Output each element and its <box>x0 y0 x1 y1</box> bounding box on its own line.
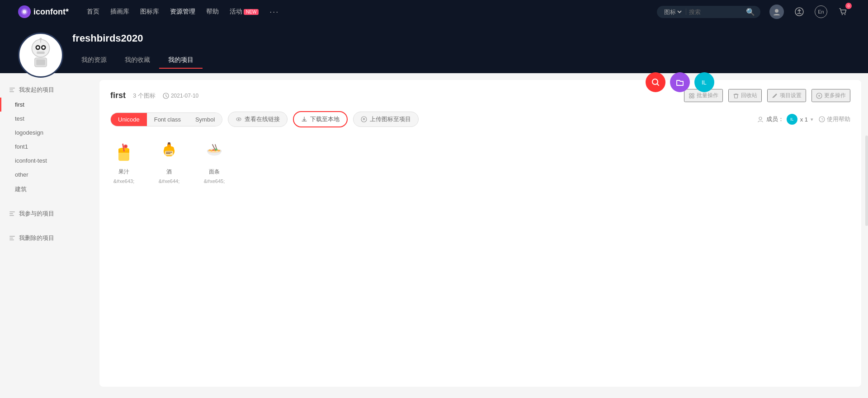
more-operations-btn[interactable]: 更多操作 <box>811 89 850 102</box>
icon-image-fruit-juice <box>110 138 137 165</box>
svg-rect-32 <box>692 96 694 98</box>
search-type-select[interactable]: 图标 <box>662 8 683 16</box>
project-settings-btn[interactable]: 项目设置 <box>767 89 806 102</box>
icon-item-wine[interactable]: 酒 &#xe644; <box>156 138 183 184</box>
fab-search[interactable] <box>646 72 665 92</box>
format-symbol-btn[interactable]: Symbol <box>188 113 222 126</box>
sidebar-item-iconfont-test[interactable]: iconfont-test <box>0 154 99 168</box>
profile-info: freshbirds2020 我的资源 我的收藏 我的项目 <box>72 33 850 73</box>
nav-home[interactable]: 首页 <box>87 8 99 16</box>
svg-point-17 <box>652 79 658 84</box>
tab-my-collections[interactable]: 我的收藏 <box>116 52 159 69</box>
preview-link-btn[interactable]: 查看在线链接 <box>228 112 288 127</box>
svg-rect-27 <box>9 239 14 240</box>
sidebar-item-logodesign[interactable]: logodesign <box>0 126 99 140</box>
nav-user-icons: En 0 <box>769 5 850 19</box>
svg-rect-24 <box>9 215 14 216</box>
fab-folder[interactable] <box>670 72 690 92</box>
scrollbar[interactable] <box>865 136 868 226</box>
icon-label-wine: 酒 <box>166 168 172 176</box>
profile-header: freshbirds2020 我的资源 我的收藏 我的项目 <box>0 23 868 73</box>
icon-item-noodles[interactable]: 面条 &#xe645; <box>201 138 228 184</box>
sidebar-item-font1[interactable]: font1 <box>0 140 99 154</box>
members-expand-btn[interactable]: ▾ <box>811 117 813 122</box>
icon-code-noodles: &#xe645; <box>204 178 225 184</box>
tab-my-resources[interactable]: 我的资源 <box>72 52 116 69</box>
activity-badge: NEW <box>244 9 259 15</box>
format-unicode-btn[interactable]: Unicode <box>111 113 147 126</box>
svg-text:IL: IL <box>702 79 707 86</box>
icon-item-fruit-juice[interactable]: 果汁 &#xe643; <box>110 138 137 184</box>
fab-user[interactable]: IL <box>694 72 714 92</box>
member-avatar: IL <box>787 114 797 125</box>
svg-point-11 <box>42 46 45 48</box>
download-btn[interactable]: 下载至本地 <box>293 111 348 127</box>
svg-point-3 <box>775 9 778 13</box>
main-content: 我发起的项目 first test logodesign font1 iconf… <box>0 73 868 393</box>
svg-point-1 <box>23 10 26 14</box>
upload-btn[interactable]: 上传图标至项目 <box>353 112 419 127</box>
nav-icons[interactable]: 图标库 <box>140 8 159 16</box>
edit-icon <box>772 93 778 99</box>
batch-icon <box>689 93 695 99</box>
nav-links: 首页 插画库 图标库 资源管理 帮助 活动NEW ··· <box>87 7 657 17</box>
float-actions: IL <box>646 72 714 92</box>
nav-illustration[interactable]: 插画库 <box>110 8 129 16</box>
sidebar-item-architecture[interactable]: 建筑 <box>0 182 99 197</box>
project-content: first 3 个图标 2021-07-10 <box>99 80 861 387</box>
svg-point-37 <box>759 117 762 120</box>
cart-badge: 0 <box>845 3 852 9</box>
profile-avatar[interactable] <box>18 33 63 78</box>
sidebar-deleted-title[interactable]: 我删除的项目 <box>0 230 99 246</box>
tab-my-projects[interactable]: 我的项目 <box>159 52 203 69</box>
toolbar: Unicode Font class Symbol 查看在线链接 下载至本地 <box>110 111 850 127</box>
members-row: 成员： IL x 1 ▾ <box>757 114 813 125</box>
sidebar-section-participated: 我参与的项目 <box>0 206 99 221</box>
icon-code-fruit-juice: &#xe643; <box>113 178 134 184</box>
icon-label-fruit-juice: 果汁 <box>118 168 129 176</box>
sidebar-item-other[interactable]: other <box>0 168 99 182</box>
logo[interactable]: iconfont* <box>18 5 69 18</box>
user-avatar-nav[interactable] <box>769 5 784 19</box>
upload-icon-btn <box>361 116 367 122</box>
svg-point-5 <box>842 14 843 15</box>
sidebar-item-test[interactable]: test <box>0 112 99 126</box>
project-header: first 3 个图标 2021-07-10 <box>110 89 850 102</box>
upload-icon[interactable] <box>792 5 807 19</box>
nav-activity[interactable]: 活动NEW <box>230 8 259 16</box>
sidebar-participated-title[interactable]: 我参与的项目 <box>0 206 99 221</box>
svg-point-6 <box>844 14 845 15</box>
members-icon <box>757 116 764 122</box>
search-input[interactable] <box>689 9 743 15</box>
svg-rect-12 <box>37 52 45 54</box>
logo-icon <box>18 5 31 18</box>
sidebar-started-items: first test logodesign font1 iconfont-tes… <box>0 98 99 197</box>
nav-more[interactable]: ··· <box>269 7 279 17</box>
icon-image-noodles <box>201 138 228 165</box>
help-icon: ? <box>819 116 825 122</box>
sidebar-started-title[interactable]: 我发起的项目 <box>0 82 99 98</box>
svg-rect-22 <box>9 211 15 212</box>
svg-rect-23 <box>9 213 13 214</box>
svg-point-56 <box>215 149 217 151</box>
nav-help[interactable]: 帮助 <box>206 8 219 16</box>
help-btn[interactable]: ? 使用帮助 <box>819 115 850 123</box>
nav-resources[interactable]: 资源管理 <box>170 8 195 16</box>
download-icon <box>301 116 307 122</box>
more-icon <box>816 93 822 99</box>
icon-image-wine <box>156 138 183 165</box>
topnav: iconfont* 首页 插画库 图标库 资源管理 帮助 活动NEW ··· 图… <box>0 0 868 23</box>
search-icon[interactable]: 🔍 <box>746 8 755 16</box>
profile-username: freshbirds2020 <box>72 33 850 44</box>
sidebar-item-first[interactable]: first <box>0 98 99 112</box>
format-fontclass-btn[interactable]: Font class <box>147 113 188 126</box>
svg-rect-14 <box>36 60 45 65</box>
trash-icon <box>733 93 739 99</box>
svg-text:?: ? <box>821 117 823 122</box>
svg-rect-51 <box>166 153 170 154</box>
recycle-bin-btn[interactable]: 回收站 <box>728 89 762 102</box>
project-icon-count: 3 个图标 <box>133 92 156 100</box>
svg-rect-26 <box>9 238 13 239</box>
lang-switch[interactable]: En <box>815 5 827 18</box>
cart-icon[interactable]: 0 <box>835 5 850 19</box>
